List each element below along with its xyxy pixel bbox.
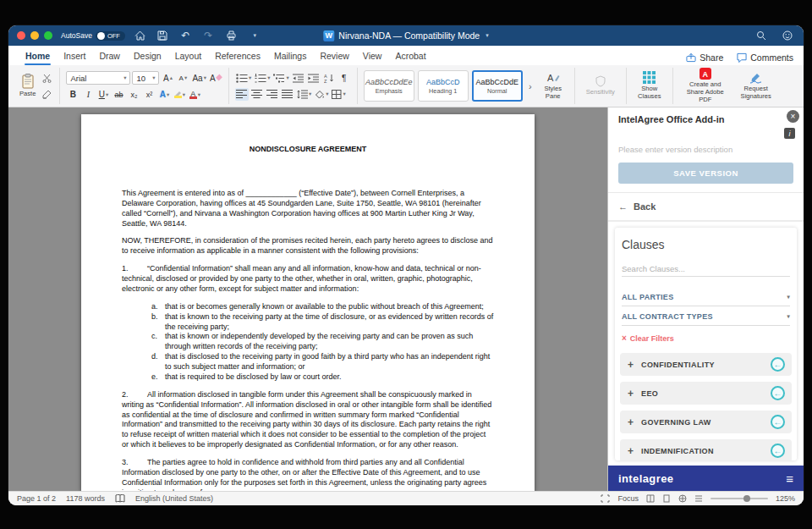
comments-button[interactable]: Comments [737,52,793,63]
proofing-book-icon[interactable] [115,494,125,503]
close-addin-button[interactable]: × [787,110,799,123]
document-heading[interactable]: NONDISCLOSURE AGREEMENT [122,145,494,155]
autosave-toggle[interactable]: AutoSave OFF [61,31,125,41]
zoom-level[interactable]: 125% [776,494,795,503]
document-subitem[interactable]: a.that is or becomes generally known or … [151,302,494,312]
web-layout-button[interactable] [678,494,687,503]
document-subitem[interactable]: b.that is known to the receiving party a… [151,312,494,333]
search-button[interactable] [753,29,769,43]
redo-button[interactable]: ↷ [200,29,217,43]
bullets-button[interactable]: ▾ [235,72,252,85]
document-sublist[interactable]: a.that is or becomes generally known or … [151,302,494,383]
document-title-area[interactable]: W Nirvana-NDA — Compatibility Mode ▾ [323,25,488,46]
clear-filters-button[interactable]: × Clear Filters [622,333,790,343]
document-subitem[interactable]: c.that is known or independently develop… [151,332,494,352]
parties-filter-select[interactable]: ALL PARTIES ▾ [622,287,790,306]
clause-item-indemnification[interactable]: + INDEMNIFICATION ← [620,439,792,460]
clear-formatting-button[interactable]: A [209,72,222,85]
request-signatures-button[interactable]: Request Signatures [734,71,778,101]
document-subitem[interactable]: d.that is disclosed to the receiving par… [151,352,494,372]
expand-clause-icon[interactable]: + [627,359,634,371]
tab-mailings[interactable]: Mailings [267,48,314,65]
font-color-button[interactable]: A▾ [188,88,201,101]
print-button[interactable] [223,29,239,43]
undo-button[interactable]: ↶ [178,29,194,43]
font-name-select[interactable]: Arial ▾ [66,71,130,85]
hamburger-menu-button[interactable]: ≡ [786,471,793,486]
document-canvas[interactable]: NONDISCLOSURE AGREEMENT This Agreement i… [8,107,607,491]
document-page[interactable]: NONDISCLOSURE AGREEMENT This Agreement i… [81,114,535,491]
focus-label[interactable]: Focus [617,494,639,503]
read-mode-button[interactable] [646,494,655,503]
cut-button[interactable] [40,72,53,85]
align-center-button[interactable] [250,88,264,101]
insert-clause-button[interactable]: ← [771,415,785,429]
tab-design[interactable]: Design [127,48,168,65]
highlight-button[interactable]: ▾ [173,88,186,101]
clause-item-governing-law[interactable]: + GOVERNING LAW ← [620,411,792,433]
document-paragraph[interactable]: 3.The parties agree to hold in confidenc… [122,458,494,491]
document-subitem[interactable]: e.that is required to be disclosed by la… [151,372,494,383]
clause-search-input[interactable] [622,262,790,276]
document-paragraph[interactable]: 1.“Confidential Information” shall mean … [122,264,494,295]
expand-clause-icon[interactable]: + [627,388,634,400]
zoom-slider[interactable] [710,498,768,499]
shrink-font-button[interactable]: A▾ [176,72,189,85]
styles-gallery-expand-button[interactable]: › [525,70,535,102]
justify-button[interactable] [281,88,294,101]
sensitivity-button[interactable]: Sensitivity [581,74,620,97]
increase-indent-button[interactable] [307,72,321,85]
back-button[interactable]: ← Back [608,193,804,222]
clause-item-confidentiality[interactable]: + CONFIDENTIALITY ← [620,353,792,376]
line-spacing-button[interactable]: ▾ [296,88,312,101]
autosave-switch[interactable]: OFF [96,31,125,41]
focus-view-icon[interactable] [601,494,610,503]
insert-clause-button[interactable]: ← [771,357,785,372]
clause-item-eeo[interactable]: + EEO ← [620,382,792,405]
toolbar-options-button[interactable]: ▾ [246,29,262,43]
feedback-button[interactable] [779,29,795,43]
change-case-button[interactable]: Aa▾ [191,72,207,85]
italic-button[interactable]: I [81,88,95,101]
style-emphasis[interactable]: AaBbCcDdEe Emphasis [364,70,414,102]
document-paragraph[interactable]: 2.All information disclosed in tangible … [122,390,494,450]
tab-references[interactable]: References [208,48,267,65]
home-quick-button[interactable] [132,29,148,43]
tab-draw[interactable]: Draw [92,48,127,65]
document-paragraph[interactable]: This Agreement is entered into as of ___… [122,189,494,229]
document-paragraph[interactable]: NOW, THEREFORE, in consideration of the … [122,236,494,256]
tab-view[interactable]: View [356,48,389,65]
multilevel-list-button[interactable]: ▾ [272,72,289,85]
version-description-input[interactable] [618,141,793,158]
align-left-button[interactable] [235,88,249,101]
decrease-indent-button[interactable] [292,72,305,85]
minimize-window-button[interactable] [30,31,39,40]
share-button[interactable]: Share [686,52,723,63]
sort-button[interactable]: AZ [322,72,336,85]
tab-home[interactable]: Home [19,48,57,65]
borders-button[interactable]: ▾ [331,88,346,101]
show-clauses-button[interactable]: Show Clauses [633,70,667,101]
numbering-button[interactable]: ▾ [254,72,271,85]
page-indicator[interactable]: Page 1 of 2 [17,494,56,503]
styles-pane-button[interactable]: A Styles Pane [538,71,568,101]
style-heading-1[interactable]: AaBbCcD Heading 1 [418,70,469,102]
save-version-button[interactable]: SAVE VERSION [618,163,793,184]
style-normal[interactable]: AaBbCcDdE Normal [472,70,523,102]
align-right-button[interactable] [266,88,279,101]
create-share-adobe-pdf-button[interactable]: A Create and Share Adobe PDF [679,67,732,104]
superscript-button[interactable]: x² [142,88,156,101]
text-effects-button[interactable]: A▾ [157,88,171,101]
tab-acrobat[interactable]: Acrobat [388,48,432,65]
language-indicator[interactable]: English (United States) [135,494,213,503]
expand-clause-icon[interactable]: + [627,445,634,457]
grow-font-button[interactable]: A▴ [161,72,174,85]
zoom-slider-knob[interactable] [743,495,750,502]
fullscreen-window-button[interactable] [44,31,52,40]
tab-layout[interactable]: Layout [168,48,209,65]
subscript-button[interactable]: x₂ [127,88,140,101]
expand-clause-icon[interactable]: + [627,416,634,428]
contract-types-filter-select[interactable]: ALL CONTRACT TYPES ▾ [622,306,790,326]
show-paragraph-marks-button[interactable]: ¶ [337,72,351,85]
info-icon[interactable]: i [784,128,795,139]
